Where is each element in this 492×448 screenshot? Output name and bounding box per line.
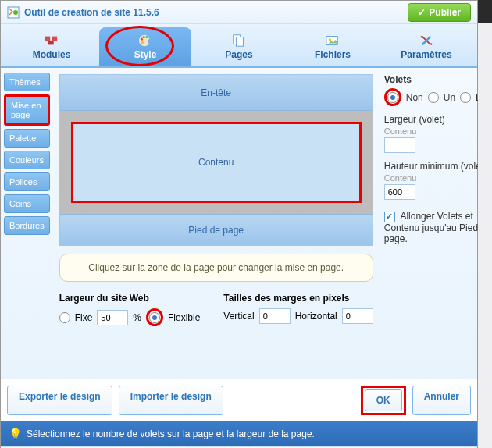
sidebar-item-mise-en-page[interactable]: Mise en page: [4, 94, 50, 126]
style-icon: [137, 34, 154, 48]
site-width-title: Largeur du site Web: [59, 293, 201, 304]
largeur-volet-label: Largeur (volet): [384, 114, 492, 125]
check-icon: ✓: [418, 7, 426, 18]
highlight-circle-flexible: [146, 308, 163, 326]
info-banner: 💡 Sélectionnez le nombre de volets sur l…: [1, 421, 477, 446]
checkbox-allonger[interactable]: [384, 212, 395, 222]
tab-pages[interactable]: Pages: [193, 27, 285, 66]
pages-icon: [230, 34, 248, 48]
sidebar-item-themes[interactable]: Thèmes: [4, 73, 50, 91]
modules-icon: [43, 34, 60, 48]
svg-point-12: [329, 38, 332, 41]
layout-preview: En-tête Contenu Pied de page: [59, 74, 373, 246]
layout-header-zone[interactable]: En-tête: [60, 75, 373, 111]
layout-footer-zone[interactable]: Pied de page: [60, 214, 373, 245]
window-title: Outil de création de site 11.5.6: [24, 7, 159, 18]
sidebar-item-palette[interactable]: Palette: [4, 129, 50, 148]
publish-button[interactable]: ✓ Publier: [408, 3, 471, 22]
tab-fichiers[interactable]: Fichiers: [287, 27, 379, 66]
tab-parametres[interactable]: Paramètres: [380, 27, 472, 66]
sidebar-item-bordures[interactable]: Bordures: [4, 216, 50, 235]
export-design-button[interactable]: Exporter le design: [7, 386, 112, 415]
margin-horizontal-input[interactable]: [342, 308, 373, 324]
svg-rect-2: [45, 37, 50, 41]
hauteur-volet-input[interactable]: [384, 184, 415, 200]
radio-volets-un[interactable]: [428, 92, 439, 103]
volets-title: Volets: [384, 74, 492, 85]
app-icon: [7, 6, 20, 19]
margins-title: Tailles des marges en pixels: [223, 293, 373, 304]
svg-point-6: [143, 36, 145, 38]
ok-button[interactable]: OK: [365, 389, 402, 411]
sidebar-item-polices[interactable]: Polices: [4, 172, 50, 191]
cancel-button[interactable]: Annuler: [412, 386, 471, 415]
sidebar-item-coins[interactable]: Coins: [4, 194, 50, 213]
highlight-ok: OK: [361, 386, 406, 415]
svg-point-5: [141, 38, 143, 41]
svg-rect-10: [236, 37, 243, 47]
svg-rect-3: [52, 37, 57, 41]
bulb-icon: 💡: [9, 428, 22, 440]
settings-icon: [418, 34, 435, 48]
sidebar-item-couleurs[interactable]: Couleurs: [4, 151, 50, 169]
svg-point-8: [141, 41, 144, 44]
site-width-value[interactable]: [97, 310, 128, 325]
layout-content-zone[interactable]: Contenu: [71, 122, 362, 203]
margin-vertical-input[interactable]: [259, 308, 291, 324]
svg-rect-4: [48, 41, 54, 44]
radio-volets-deux[interactable]: [460, 92, 471, 103]
radio-flexible[interactable]: [149, 312, 160, 323]
radio-volets-non[interactable]: [387, 92, 398, 103]
tip-box: Cliquez sur la zone de la page pour chan…: [59, 254, 373, 282]
svg-point-1: [13, 10, 18, 15]
tab-modules[interactable]: Modules: [5, 27, 98, 66]
files-icon: [324, 34, 341, 48]
tab-bar: Modules Style Pages Fichiers Paramètres: [1, 24, 477, 68]
highlight-circle-non: [384, 88, 401, 106]
svg-point-7: [145, 36, 148, 38]
hauteur-volet-label: Hauteur minimum (volet): [384, 161, 492, 172]
style-sidebar: Thèmes Mise en page Palette Couleurs Pol…: [1, 68, 53, 379]
tab-style[interactable]: Style: [99, 27, 191, 66]
largeur-volet-input[interactable]: [384, 137, 415, 153]
right-strip: [478, 0, 492, 448]
radio-fixe[interactable]: [59, 312, 70, 323]
titlebar: Outil de création de site 11.5.6 ✓ Publi…: [1, 1, 477, 24]
import-design-button[interactable]: Importer le design: [119, 386, 223, 415]
